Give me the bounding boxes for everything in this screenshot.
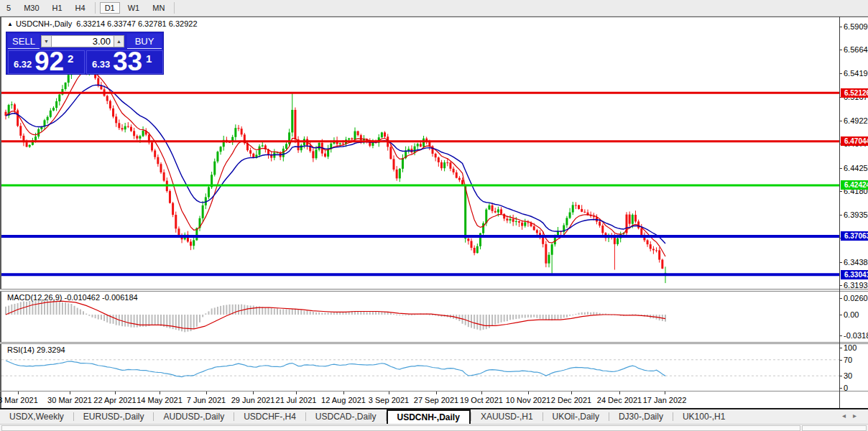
chart-tab-audusd-daily[interactable]: AUDUSD-,Daily <box>154 409 234 424</box>
tab-scroll-right-icon[interactable]: ▸ <box>853 412 864 420</box>
status-cell-right <box>802 425 867 431</box>
date-tick-mark <box>18 391 19 394</box>
price-tick-label: 6.31930 <box>844 281 868 289</box>
price-tick-label: 6.49220 <box>844 116 868 125</box>
axis-tick-mark <box>839 121 842 121</box>
date-tick-mark <box>115 391 116 394</box>
chart-tab-usdchf-h4[interactable]: USDCHF-,H4 <box>234 409 305 424</box>
chart-tab-uk100-h1[interactable]: UK100-,H1 <box>673 409 734 424</box>
buy-price-box[interactable]: 6.33 33 1 <box>86 50 163 74</box>
level-price-tag: 6.37063 <box>841 231 868 241</box>
price-tick-label: 6.39350 <box>844 210 868 219</box>
date-tick-label: 30 Mar 2021 <box>47 396 92 404</box>
axis-tick-mark <box>839 191 842 192</box>
sell-price-box[interactable]: 6.32 92 2 <box>8 50 85 74</box>
axis-tick-mark <box>839 27 842 27</box>
buy-price-big: 33 <box>113 49 142 75</box>
price-tick-label: 6.34380 <box>844 258 868 267</box>
level-price-tag: 6.47044 <box>841 136 868 146</box>
buy-price-sup: 1 <box>146 52 152 65</box>
rsi-tick-label: 30 <box>844 371 852 380</box>
axis-tick-mark <box>839 388 842 389</box>
date-axis-separator <box>0 391 868 391</box>
macd-pane-separator[interactable] <box>0 289 868 292</box>
level-price-tag: 6.42424 <box>841 180 868 190</box>
date-tick-mark <box>389 391 389 394</box>
axis-tick-mark <box>839 168 842 169</box>
price-tick-label: 6.44250 <box>844 164 868 172</box>
date-tick-label: 17 Jan 2022 <box>643 396 687 404</box>
date-tick-label: 8 Mar 2021 <box>0 396 38 404</box>
status-bar <box>0 424 868 431</box>
date-tick-mark <box>528 391 529 394</box>
status-cell-left <box>1 425 800 431</box>
macd-tick-label: 0.02607 <box>844 294 868 302</box>
rsi-layer <box>1 360 839 377</box>
axis-tick-mark <box>839 376 842 376</box>
axis-tick-mark <box>839 215 842 216</box>
date-tick-label: 21 Jul 2021 <box>276 396 317 404</box>
candles-layer <box>5 56 667 283</box>
volume-increase-button[interactable]: ▲ <box>114 35 124 47</box>
volume-input[interactable]: 3.00 <box>52 35 114 47</box>
axis-tick-mark <box>839 285 842 286</box>
date-tick-mark <box>343 391 344 394</box>
axis-tick-mark <box>839 50 842 50</box>
axis-tick-mark <box>839 335 842 336</box>
rsi-tick-label: 70 <box>844 356 852 364</box>
date-tick-mark <box>70 391 70 394</box>
price-tick-label: 6.54190 <box>844 69 868 78</box>
rsi-tick-label: 100 <box>844 343 857 352</box>
date-tick-label: 10 Nov 2021 <box>506 396 550 404</box>
date-tick-mark <box>296 391 297 394</box>
date-tick-mark <box>206 391 207 394</box>
macd-layer <box>5 300 666 332</box>
axis-tick-mark <box>839 315 842 315</box>
macd-tick-label: 0.00 <box>844 310 859 319</box>
chart-tab-usdcad-daily[interactable]: USDCAD-,Daily <box>306 409 386 424</box>
price-axis-divider <box>839 17 840 408</box>
sell-price-small: 6.32 <box>14 59 32 70</box>
date-tick-mark <box>665 391 665 394</box>
date-tick-label: 27 Sep 2021 <box>414 396 458 404</box>
mt4-application: 5M30H1H4D1W1MN ▲USDCNH-,Daily 6.33214 6.… <box>0 0 868 431</box>
date-tick-mark <box>571 391 572 394</box>
chart-tab-eurusd-daily[interactable]: EURUSD-,Daily <box>74 409 154 424</box>
price-tick-label: 6.59090 <box>844 22 868 31</box>
chart-tab-usdcnh-daily[interactable]: USDCNH-,Daily <box>387 409 471 424</box>
sell-price-sup: 2 <box>68 52 73 65</box>
date-tick-mark <box>160 391 160 394</box>
chart-tab-dj30-daily[interactable]: DJ30-,Daily <box>609 409 673 424</box>
date-tick-label: 7 Jun 2021 <box>187 396 226 404</box>
rsi-pane-separator[interactable] <box>0 342 868 344</box>
volume-decrease-button[interactable]: ▼ <box>41 35 52 47</box>
date-tick-mark <box>481 391 482 394</box>
date-tick-mark <box>253 391 254 394</box>
date-tick-label: 22 Apr 2021 <box>93 396 136 404</box>
date-tick-label: 19 Oct 2021 <box>460 396 503 404</box>
level-price-tag: 6.52126 <box>841 88 868 98</box>
date-tick-label: 3 Sep 2021 <box>369 396 409 404</box>
tab-scroll-left-icon[interactable]: ◂ <box>842 412 853 420</box>
date-tick-label: 12 Aug 2021 <box>321 396 366 404</box>
level-price-tag: 6.33041 <box>841 270 868 279</box>
date-tick-label: 24 Dec 2021 <box>597 396 642 404</box>
tab-scroll-arrows[interactable]: ◂▸ <box>842 412 864 420</box>
axis-tick-mark <box>839 348 842 348</box>
rsi-tick-label: 0 <box>844 384 848 392</box>
axis-tick-mark <box>839 73 842 74</box>
sell-price-big: 92 <box>34 49 64 75</box>
chart-tab-bar: USDX,WeeklyEURUSD-,DailyAUDUSD-,DailyUSD… <box>0 409 868 424</box>
one-click-trade-panel: SELL ▼ 3.00 ▲ BUY 6.32 92 2 6.33 33 1 <box>6 32 164 75</box>
axis-tick-mark <box>839 360 842 361</box>
chart-tab-xauusd-h1[interactable]: XAUUSD-,H1 <box>471 409 542 424</box>
buy-price-small: 6.33 <box>92 59 110 70</box>
date-tick-label: 14 May 2021 <box>137 396 183 404</box>
chart-tab-usdx-weekly[interactable]: USDX,Weekly <box>0 409 73 424</box>
macd-tick-label: -0.03187 <box>844 331 868 340</box>
date-tick-label: 2 Dec 2021 <box>551 396 591 404</box>
chart-tab-ukoil-daily[interactable]: UKOil-,Daily <box>543 409 609 424</box>
price-tick-label: 6.56640 <box>844 45 868 54</box>
date-tick-label: 29 Jun 2021 <box>231 396 275 404</box>
axis-tick-mark <box>839 298 842 299</box>
